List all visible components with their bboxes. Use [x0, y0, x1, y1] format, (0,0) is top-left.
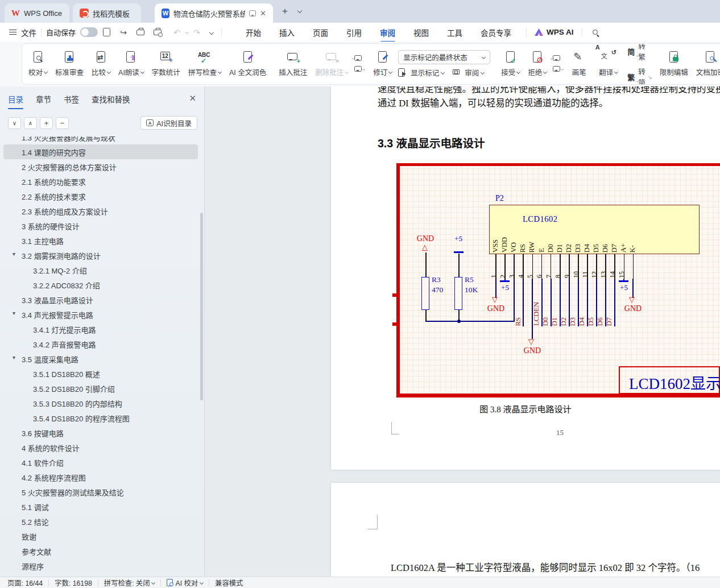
toc-item[interactable]: 3.5.1 DS18B20 概述: [3, 366, 198, 381]
toc-item[interactable]: 3.5.4 DS18B20 的程序流程图: [3, 411, 198, 425]
traditional-to-simplified-button[interactable]: 繁 转简: [627, 66, 645, 85]
previous-comment-icon[interactable]: ←: [352, 55, 365, 63]
expand-all-button[interactable]: ∨: [8, 117, 21, 129]
print-preview-icon[interactable]: [152, 27, 163, 38]
standard-review-button[interactable]: 标准审查: [51, 47, 88, 82]
toc-item[interactable]: 2.3 系统的组成及方案设计: [3, 204, 198, 218]
translate-button[interactable]: ↺ 翻译: [595, 47, 622, 82]
page-16[interactable]: 速度快且稳定性能强。独立的允许使能输入，使多器件挂接和处理器控制支持的变换 通过…: [331, 86, 720, 470]
toc-item[interactable]: 3.4 声光报警提示电路: [3, 307, 198, 322]
page-indicator[interactable]: 页面: 16/44: [7, 578, 43, 588]
toc-item[interactable]: 3.2.2 ADC0832 介绍: [3, 278, 198, 292]
toc-item[interactable]: 3.4.2 声音报警电路: [3, 337, 198, 351]
toc-item[interactable]: 2 火灾报警器的总体方案设计: [3, 159, 198, 174]
menu-tab[interactable]: 会员专享: [471, 23, 520, 42]
toc-item[interactable]: 3.3 液晶显示电路设计: [3, 292, 198, 307]
menu-tab[interactable]: 工具: [438, 23, 471, 42]
dialog-launcher-icon[interactable]: ↘: [647, 74, 652, 80]
toc-item[interactable]: 3.4.1 灯光提示电路: [3, 322, 198, 337]
ai-polish-button[interactable]: AI 全文润色: [225, 47, 270, 82]
tab-docer[interactable]: 找稻壳模板: [73, 3, 141, 23]
toc-item[interactable]: 3.2.1 MQ-2 介绍: [3, 263, 198, 278]
toc-item[interactable]: 5.1 调试: [3, 499, 198, 514]
sidebar-tab[interactable]: 查找和替换: [92, 93, 130, 109]
comment-bubble-icon[interactable]: [249, 10, 256, 16]
sidebar-scrollbar[interactable]: [200, 213, 203, 400]
toc-item[interactable]: 致谢: [3, 529, 198, 544]
toc-item[interactable]: 3.1 主控电路: [3, 233, 198, 248]
toc-item[interactable]: 4.1 软件介绍: [3, 455, 198, 470]
menu-tab[interactable]: 插入: [270, 23, 304, 42]
toc-item[interactable]: 2.1 系统的功能要求: [3, 174, 198, 189]
toc-item[interactable]: 5.2 结论: [3, 514, 198, 529]
redo-icon[interactable]: ↷: [192, 27, 202, 38]
next-comment-icon[interactable]: →: [352, 65, 365, 74]
accept-button[interactable]: ✓ 接受: [497, 47, 524, 82]
toc-item[interactable]: 4.2 系统程序流程图: [3, 470, 198, 485]
toc-item[interactable]: 5 火灾报警器的测试结果及结论: [3, 485, 198, 499]
tab-wps-office[interactable]: W WPS Office: [5, 3, 69, 23]
toc-item[interactable]: 1.4 课题的研究内容: [3, 144, 198, 159]
menu-tab[interactable]: 审阅: [371, 23, 404, 42]
toc-item[interactable]: 参考文献: [3, 544, 198, 558]
reject-button[interactable]: ∅ 拒绝: [524, 47, 551, 82]
track-changes-button[interactable]: 修订: [369, 47, 396, 82]
compare-button[interactable]: ⇄ 比较: [88, 47, 114, 82]
document-canvas[interactable]: 速度快且稳定性能强。独立的允许使能输入，使多器件挂接和处理器控制支持的变换 通过…: [205, 86, 720, 577]
menu-tab[interactable]: 视图: [404, 23, 438, 42]
review-pane-button[interactable]: 审阅: [452, 67, 484, 78]
export-icon[interactable]: ↪: [118, 27, 129, 38]
previous-change-icon[interactable]: ←: [551, 55, 563, 63]
save-icon[interactable]: [101, 27, 111, 38]
restrict-editing-button[interactable]: 限制编辑: [656, 47, 692, 82]
toc-item[interactable]: 3.5.3 DS18B20 的内部结构: [3, 396, 198, 411]
toc-item[interactable]: 3.5.2 DS18B20 引脚介绍: [3, 381, 198, 396]
sidebar-tab[interactable]: 书签: [64, 93, 79, 109]
search-icon[interactable]: [593, 30, 598, 35]
spell-check-button[interactable]: ABC✓ 拼写检查: [184, 47, 225, 82]
menu-tab[interactable]: 页面: [304, 23, 337, 42]
insert-comment-button[interactable]: + 插入批注: [275, 47, 311, 82]
ai-proofread-status[interactable]: AI 校对: [167, 578, 203, 588]
tab-list-chevron-icon[interactable]: [297, 9, 302, 13]
toc-item[interactable]: 1.3 火灾报警器的发展与现状: [3, 136, 198, 144]
menu-tab[interactable]: 开始: [237, 23, 270, 42]
spellcheck-status[interactable]: 拼写检查: 关闭: [104, 578, 155, 588]
autosave-toggle[interactable]: [80, 27, 98, 37]
toc-item[interactable]: 4 系统的软件设计: [3, 440, 198, 455]
sidebar-tab[interactable]: 目录: [8, 93, 23, 109]
ai-read-button[interactable]: ·)) AI朗读: [114, 47, 148, 82]
proofread-button[interactable]: 校对: [24, 47, 51, 82]
ink-pen-button[interactable]: ✎ 画笔: [568, 47, 590, 82]
wps-ai-button[interactable]: WPS AI: [547, 28, 574, 36]
file-menu[interactable]: 文件: [21, 27, 36, 38]
delete-comment-button[interactable]: × 删除批注: [311, 47, 352, 82]
ai-recognize-toc-button[interactable]: A AI识别目录: [140, 116, 197, 130]
quickbar-chevron-icon[interactable]: [209, 30, 214, 34]
document-encrypt-button[interactable]: 文档加密: [692, 47, 720, 82]
toc-item[interactable]: 3.5 温度采集电路: [3, 351, 198, 366]
sidebar-tab[interactable]: 章节: [36, 93, 51, 109]
undo-icon[interactable]: ↶: [172, 27, 182, 38]
word-count-button[interactable]: 12+ 字数统计: [148, 47, 184, 82]
zoom-in-outline-button[interactable]: +: [40, 117, 53, 129]
zoom-out-outline-button[interactable]: −: [56, 117, 69, 129]
page-17[interactable]: LCD1602A 是一种工业字符型液晶，能够同时显示 16x02 即 32 个字…: [331, 483, 720, 577]
close-tab-icon[interactable]: ✕: [260, 9, 266, 18]
next-change-icon[interactable]: →: [551, 65, 563, 74]
toc-item[interactable]: 2.2 系统的技术要求: [3, 189, 198, 204]
collapse-all-button[interactable]: ∧: [24, 117, 37, 129]
markup-state-select[interactable]: 显示标记的最终状态: [398, 50, 490, 64]
toc-item[interactable]: 3.2 烟雾探测电路的设计: [3, 248, 198, 263]
word-count-indicator[interactable]: 字数: 16198: [55, 578, 92, 588]
sidebar-close-icon[interactable]: ✕: [189, 93, 196, 103]
toc-item[interactable]: 3 系统的硬件设计: [3, 218, 198, 233]
print-icon[interactable]: [135, 27, 146, 38]
toc-item[interactable]: 源程序: [3, 558, 198, 573]
new-tab-button[interactable]: +: [282, 6, 288, 17]
show-markup-button[interactable]: 显示标记: [398, 67, 444, 78]
tab-document[interactable]: W 物流仓储防火预警系统设计 ✕: [155, 3, 273, 23]
simplified-to-traditional-button[interactable]: 简 转繁: [627, 43, 645, 62]
undo-chevron-icon[interactable]: [185, 30, 189, 34]
toc-item[interactable]: 3.6 按键电路: [3, 425, 198, 440]
